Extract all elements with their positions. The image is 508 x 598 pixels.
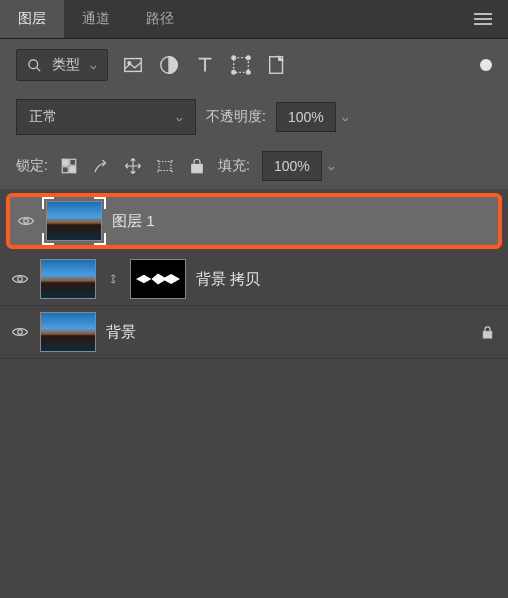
opacity-input[interactable]: 100% [276,102,336,132]
tab-layers[interactable]: 图层 [0,0,64,38]
svg-point-6 [232,56,236,60]
lock-row: 锁定: 填充: 100% ⌵ [0,143,508,189]
panel-menu-button[interactable] [458,8,508,30]
visibility-toggle[interactable] [16,212,36,230]
layer-thumbnail[interactable] [40,259,96,299]
chevron-down-icon[interactable]: ⌵ [328,160,335,173]
filter-type-icon[interactable] [194,54,216,76]
svg-rect-15 [159,162,171,171]
layer-row[interactable]: 背景 拷贝 [0,253,508,306]
layers-list: 图层 1 背景 拷贝 背景 [0,189,508,598]
filter-type-dropdown[interactable]: 类型 ⌵ [16,49,108,81]
svg-rect-12 [70,159,76,165]
lock-image-icon[interactable] [92,157,110,175]
layer-name[interactable]: 背景 拷贝 [196,270,498,289]
filter-pixel-icon[interactable] [122,54,144,76]
link-icon[interactable] [106,272,120,286]
svg-point-18 [18,277,23,282]
svg-point-8 [232,71,236,75]
opacity-control: 100% ⌵ [276,102,349,132]
visibility-toggle[interactable] [10,323,30,341]
layer-thumbnail[interactable] [46,201,102,241]
chevron-down-icon: ⌵ [176,111,183,124]
blend-mode-value: 正常 [29,108,57,126]
layers-panel: 图层 通道 路径 类型 ⌵ 正常 ⌵ 不透明度: 100% ⌵ 锁定: [0,0,508,598]
svg-point-0 [29,59,38,68]
layer-row[interactable]: 背景 [0,306,508,359]
svg-point-9 [247,71,251,75]
lock-transparency-icon[interactable] [60,157,78,175]
svg-point-7 [247,56,251,60]
svg-rect-13 [62,167,68,173]
visibility-toggle[interactable] [10,270,30,288]
svg-rect-14 [70,167,76,173]
hamburger-icon [474,18,492,20]
svg-rect-5 [234,58,249,73]
fill-input[interactable]: 100% [262,151,322,181]
svg-rect-16 [192,165,203,173]
fill-label: 填充: [218,157,250,175]
filter-adjustment-icon[interactable] [158,54,180,76]
filter-toggle-icon[interactable] [480,59,492,71]
panel-tabs: 图层 通道 路径 [0,0,508,39]
lock-label: 锁定: [16,157,48,175]
layer-name[interactable]: 背景 [106,323,466,342]
opacity-label: 不透明度: [206,108,266,126]
tab-paths[interactable]: 路径 [128,0,192,38]
layer-row[interactable]: 图层 1 [6,193,502,249]
chevron-down-icon: ⌵ [90,59,97,72]
blend-mode-dropdown[interactable]: 正常 ⌵ [16,99,196,135]
layer-mask-thumbnail[interactable] [130,259,186,299]
lock-position-icon[interactable] [124,157,142,175]
filter-label: 类型 [52,56,80,74]
svg-point-19 [18,330,23,335]
svg-rect-20 [483,331,492,338]
layer-name[interactable]: 图层 1 [112,212,492,231]
lock-icon [476,321,498,343]
blend-row: 正常 ⌵ 不透明度: 100% ⌵ [0,91,508,143]
svg-line-1 [36,67,40,71]
tab-channels[interactable]: 通道 [64,0,128,38]
lock-all-icon[interactable] [188,157,206,175]
layer-thumbnail[interactable] [40,312,96,352]
svg-point-17 [24,219,29,224]
search-icon [27,58,42,73]
fill-control: 100% ⌵ [262,151,335,181]
chevron-down-icon[interactable]: ⌵ [342,111,349,124]
filter-shape-icon[interactable] [230,54,252,76]
filter-smartobject-icon[interactable] [266,54,288,76]
lock-icons-group [60,157,206,175]
svg-rect-11 [62,159,68,165]
filter-row: 类型 ⌵ [0,39,508,91]
lock-artboard-icon[interactable] [156,157,174,175]
